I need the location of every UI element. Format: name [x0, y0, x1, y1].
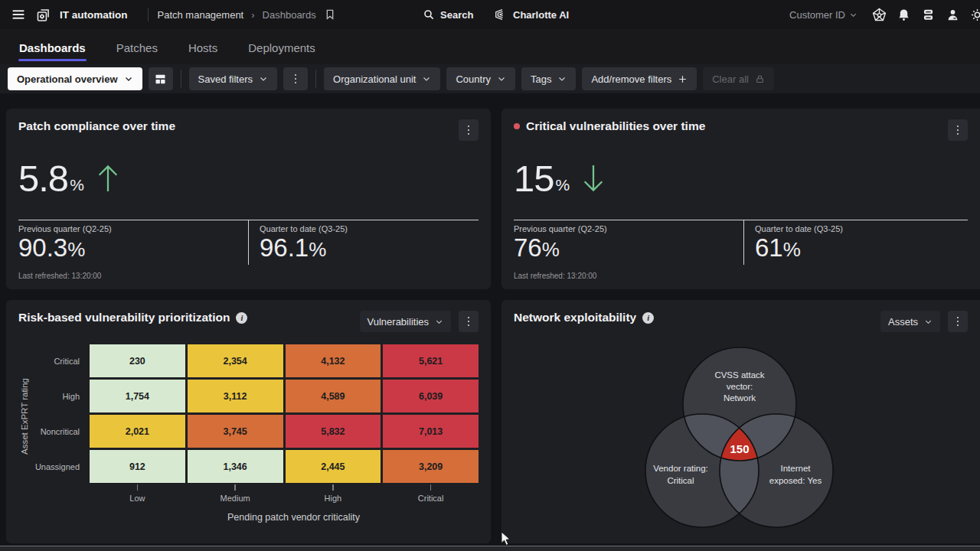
kebab-icon [468, 126, 470, 135]
breadcrumb-parent[interactable]: Patch management [158, 9, 244, 21]
profile-button[interactable] [940, 2, 965, 27]
add-remove-filters-button[interactable]: Add/remove filters [582, 67, 697, 90]
heatmap-cell: 2,354 [188, 344, 283, 377]
bookmark-icon [324, 8, 336, 21]
kebab-icon [957, 317, 959, 327]
venn-intersection-count: 150 [730, 442, 749, 455]
user-icon [946, 8, 960, 22]
stat-label: Previous quarter (Q2-25) [514, 224, 743, 233]
hamburger-menu-button[interactable] [6, 2, 31, 27]
trend-down-icon [580, 163, 606, 194]
card-title: Risk-based vulnerability prioritization … [18, 311, 247, 324]
venn-diagram: CVSS attack vector: Network Vendor ratin… [632, 340, 861, 537]
filter-country[interactable]: Country [446, 67, 515, 90]
card-patch-compliance: Patch compliance over time 5.8% Previous… [6, 109, 491, 289]
topbar: IT automation Patch management › Dashboa… [0, 0, 980, 29]
card-network-exploitability: Network exploitability i Assets [501, 300, 980, 543]
heatmap-grid: Critical2302,3544,1325,621High1,7543,112… [40, 344, 479, 483]
saved-filters-label: Saved filters [198, 73, 253, 85]
tab-hosts[interactable]: Hosts [188, 34, 218, 64]
card-kebab-button[interactable] [948, 119, 968, 141]
lock-icon [755, 74, 765, 84]
delta-value: 15% [514, 161, 570, 197]
heatmap-cell: 4,132 [286, 344, 381, 377]
heatmap-cell: 2,445 [286, 450, 381, 483]
saved-filters-dropdown[interactable]: Saved filters [189, 67, 278, 90]
card-kebab-button[interactable] [459, 311, 479, 332]
stat-value: 90.3% [18, 233, 248, 262]
heatmap-row-label: High [62, 392, 87, 401]
app-title: IT automation [60, 9, 128, 21]
chevron-down-icon [849, 11, 858, 19]
unit-selector-dropdown[interactable]: Vulnerabilities [360, 311, 451, 332]
svg-text:Critical: Critical [667, 476, 694, 485]
stat-label: Quarter to date (Q3-25) [260, 224, 348, 233]
heatmap-y-axis-label: Asset ExPRT rating [20, 347, 29, 486]
heatmap-cell: 230 [90, 344, 185, 377]
card-title: Patch compliance over time [18, 119, 175, 133]
critical-status-dot [514, 123, 520, 129]
card-critical-vulnerabilities: Critical vulnerabilities over time 15% P… [501, 109, 980, 289]
tab-patches[interactable]: Patches [116, 34, 158, 64]
charlotte-ai-button[interactable]: Charlotte AI [493, 8, 569, 21]
breadcrumb-current[interactable]: Dashboards [263, 9, 316, 21]
search-icon [423, 8, 435, 21]
chat-bubbles-icon [921, 8, 936, 22]
info-icon[interactable]: i [236, 312, 247, 324]
notifications-button[interactable] [891, 2, 916, 27]
card-title: Critical vulnerabilities over time [514, 119, 705, 133]
dashboard-layout-button[interactable] [149, 67, 173, 90]
kebab-icon [957, 126, 959, 135]
breadcrumb: Patch management › Dashboards [158, 9, 316, 21]
delta-value: 5.8% [18, 161, 84, 197]
dashboard-view-selector[interactable]: Operational overview [8, 67, 142, 90]
sun-icon [970, 8, 980, 22]
chevron-down-icon [924, 318, 933, 326]
card-kebab-button[interactable] [948, 311, 968, 332]
falcon-badge-button[interactable] [867, 2, 891, 27]
axis-tick [286, 484, 381, 492]
kebab-icon [295, 74, 297, 84]
kpi-stats: Previous quarter (Q2-25) 76% Quarter to … [514, 220, 968, 265]
layout-grid-icon [154, 73, 167, 86]
bookmark-button[interactable] [318, 2, 342, 27]
last-refreshed: Last refreshed: 13:20:00 [18, 272, 479, 280]
dashboard-view-label: Operational overview [17, 73, 118, 85]
info-icon[interactable]: i [642, 312, 654, 324]
messages-button[interactable] [916, 2, 940, 27]
add-remove-filters-label: Add/remove filters [591, 73, 671, 85]
filter-organizational-unit[interactable]: Organizational unit [324, 67, 440, 90]
card-kebab-button[interactable] [459, 119, 479, 141]
filter-divider [181, 70, 181, 88]
chevron-down-icon [435, 318, 443, 326]
heatmap-row-label: Unassigned [35, 462, 87, 471]
chevron-down-icon [259, 74, 268, 83]
chevron-down-icon [557, 74, 567, 83]
axis-tick [188, 484, 283, 492]
clear-all-button[interactable]: Clear all [703, 67, 774, 90]
charlotte-ai-label: Charlotte AI [513, 9, 569, 21]
it-automation-app-icon [31, 2, 55, 27]
chevron-down-icon [124, 74, 133, 83]
theme-toggle-button[interactable] [965, 2, 980, 27]
stat-value: 96.1% [260, 233, 348, 262]
chevron-down-icon [422, 74, 431, 83]
heatmap-cell: 5,621 [383, 344, 479, 377]
unit-selector-dropdown[interactable]: Assets [880, 311, 940, 332]
global-search[interactable]: Search [423, 8, 473, 21]
axis-tick [90, 484, 185, 492]
org-unit-label: Organizational unit [333, 73, 416, 85]
heatmap-cell: 2,021 [90, 415, 185, 448]
filter-tags[interactable]: Tags [521, 67, 576, 90]
kebab-icon [468, 317, 470, 327]
tab-deployments[interactable]: Deployments [247, 34, 316, 64]
trend-up-icon [95, 163, 121, 194]
filter-bar: Operational overview Saved filters Organ… [0, 64, 980, 93]
hamburger-icon [11, 7, 26, 22]
tab-dashboards[interactable]: Dashboards [18, 34, 87, 64]
saved-filters-kebab-button[interactable] [283, 67, 308, 90]
country-label: Country [456, 73, 491, 85]
customer-id-dropdown[interactable]: Customer ID [789, 9, 858, 21]
charlotte-ai-icon [493, 8, 507, 21]
heatmap-cell: 1,754 [90, 380, 185, 412]
